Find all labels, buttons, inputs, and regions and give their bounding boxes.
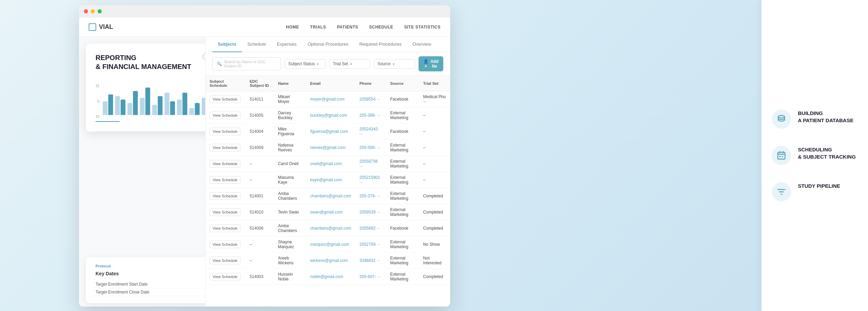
protocol-card: Protocol Key Dates Target Enrollment Sta… [86,257,205,303]
cell-phone-5: 205215901 ··· [355,172,386,188]
cell-email-11: noble@gmail.com [306,269,356,285]
col-source[interactable]: Source [386,76,419,91]
browser-window: VIAL HOME TRIALS PATIENTS SCHEDULE SITE … [79,5,450,307]
bar-group-7 [177,93,187,115]
view-schedule-btn-10[interactable]: View Schedule [210,257,241,264]
date-row-1: Target Enrollment Start Date 2021-07-06 [96,280,205,288]
bar-dark [195,103,200,115]
bar-light [127,103,132,115]
traffic-light-red[interactable] [84,9,88,13]
tab-optional-procedures[interactable]: Optional Procedures [302,37,354,52]
tab-subjects[interactable]: Subjects [212,37,242,52]
cell-edc-9: – [245,237,274,253]
cell-edc-0: 514011 [245,91,274,107]
view-schedule-btn-5[interactable]: View Schedule [210,176,241,184]
info-title-3: STUDY PIPELINE [798,182,840,189]
cell-edc-3: 514009 [245,140,274,156]
tab-required-procedures[interactable]: Required Procedures [354,37,407,52]
cell-source-1: External Marketing [386,107,419,124]
tab-schedule[interactable]: Schedule [242,37,271,52]
view-schedule-btn-0[interactable]: View Schedule [210,95,241,103]
bar-group-3 [127,91,138,115]
table-row: View Schedule – Masuma Kaye kaye@gmail.c… [205,172,450,188]
subjects-table: Subject Schedule EDC Subject ID Name Ema… [205,76,450,285]
view-schedule-btn-2[interactable]: View Schedule [210,128,241,135]
tab-expenses[interactable]: Expenses [271,37,302,52]
svg-rect-1 [778,152,785,159]
view-schedule-btn-8[interactable]: View Schedule [210,224,241,232]
cell-trialset-10: Not Interested [419,253,450,269]
bar-dark [182,93,187,115]
view-schedule-btn-3[interactable]: View Schedule [210,144,241,151]
view-schedule-btn-6[interactable]: View Schedule [210,192,241,200]
cell-schedule-8: View Schedule [205,220,246,237]
browser-titlebar [79,5,450,18]
view-schedule-btn-7[interactable]: View Schedule [210,208,241,216]
bar-group-9 [202,98,205,115]
cell-name-1: Darcey Buckley [274,107,306,124]
col-phone[interactable]: Phone [355,76,386,91]
col-subject-schedule[interactable]: Subject Schedule [205,76,246,91]
view-schedule-btn-4[interactable]: View Schedule [210,160,241,168]
table-row: View Schedule – Carol Oneil oneil@gmail.… [205,156,450,172]
nav-trials[interactable]: TRIALS [310,25,326,30]
cell-name-10: Areeb Wickens [274,253,306,269]
cell-schedule-5: View Schedule [205,172,246,188]
table-row: View Schedule 514003 Hussein Noble noble… [205,269,450,285]
cell-phone-11: 205-607- ··· [355,269,386,285]
add-new-button[interactable]: 👤+ Add Ne [419,56,443,71]
cell-trialset-11: Completed [419,269,450,285]
main-content: enrolling REPORTING & FINANCIAL MANAGEME… [79,37,450,307]
left-panel: enrolling REPORTING & FINANCIAL MANAGEME… [79,37,205,307]
bar-group-4 [140,88,150,115]
table-row: View Schedule 514009 Nafeesa Reeves reev… [205,140,450,156]
cell-trialset-7: Completed [419,204,450,220]
nav-patients[interactable]: PATIENTS [337,25,358,30]
search-input[interactable]: 🔍 Search by Name or EDC Subject ID [212,57,281,70]
table-scroll[interactable]: Subject Schedule EDC Subject ID Name Ema… [205,76,450,285]
view-schedule-btn-9[interactable]: View Schedule [210,241,241,248]
col-edc-subject-id[interactable]: EDC Subject ID [245,76,274,91]
nav-schedule[interactable]: SCHEDULE [369,25,393,30]
filter-icon-circle [772,182,791,201]
bar-dark [145,88,150,115]
nav-home[interactable]: HOME [286,25,299,30]
col-email[interactable]: Email [306,76,356,91]
cell-schedule-11: View Schedule [205,269,246,285]
chevron-down-icon-2: ▾ [350,62,352,66]
nav-logo: VIAL [89,23,113,31]
trial-set-filter[interactable]: Trial Set ▾ [329,59,370,69]
bar-light [115,96,120,115]
view-schedule-btn-1[interactable]: View Schedule [210,112,241,119]
col-trial-set[interactable]: Trial Set [419,76,450,91]
bar-light [103,101,108,115]
cell-phone-3: 205-566- ··· [355,140,386,156]
cell-schedule-4: View Schedule [205,156,246,172]
view-schedule-btn-11[interactable]: View Schedule [210,273,241,280]
cell-edc-11: 514003 [245,269,274,285]
traffic-light-yellow[interactable] [91,9,95,13]
cell-email-1: buckley@gmail.com [306,107,356,124]
protocol-label: Protocol [96,264,205,268]
cell-email-10: wickens@gmail.com [306,253,356,269]
date-label-1: Target Enrollment Start Date [96,282,147,287]
tab-overview[interactable]: Overview [407,37,437,52]
logo-text: VIAL [99,23,113,31]
nav-site-statistics[interactable]: SITE STATISTICS [404,25,441,30]
traffic-light-green[interactable] [98,9,102,13]
subject-status-filter[interactable]: Subject Status ▾ [285,59,326,69]
table-row: View Schedule 514006 Amba Chambers chamb… [205,220,450,237]
date-row-2: Target Enrollment Close Date 2022-09-24 [96,288,205,296]
source-label: Source [378,61,391,66]
cell-source-6: External Marketing [386,188,419,204]
cell-phone-7: 2059539 ··· [355,204,386,220]
cell-edc-1: 514005 [245,107,274,124]
col-name[interactable]: Name [274,76,306,91]
cell-name-9: Shayne Marquez [274,237,306,253]
table-row: View Schedule – Shayne Marquez marquez@g… [205,237,450,253]
cell-phone-4: 20558756 ··· [355,156,386,172]
source-filter[interactable]: Source ▾ [374,59,415,69]
reporting-title: REPORTING & FINANCIAL MANAGEMENT [96,53,205,71]
cell-source-11: External Marketing [386,269,419,285]
nav-bar: VIAL HOME TRIALS PATIENTS SCHEDULE SITE … [79,18,450,37]
